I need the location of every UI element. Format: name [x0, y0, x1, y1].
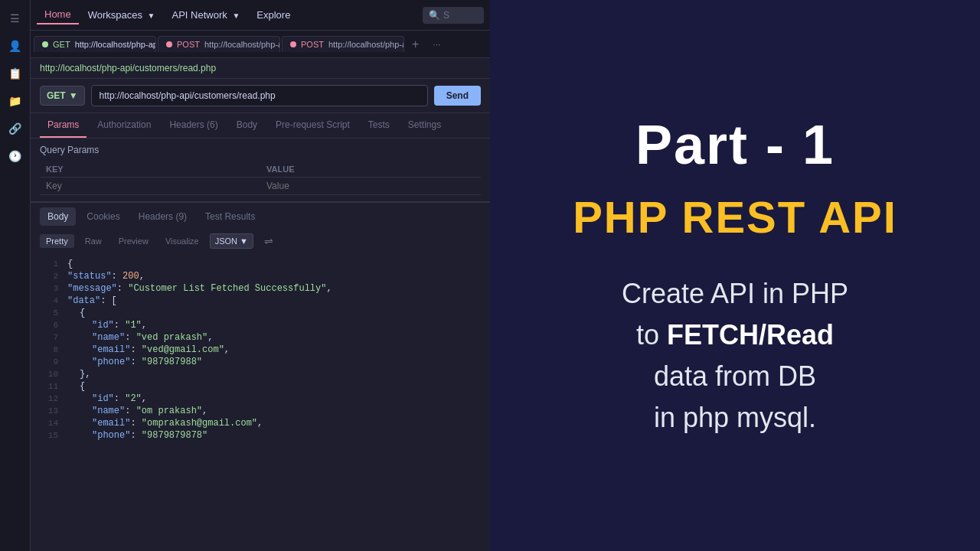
json-line: 13 "name": "om prakash",	[34, 405, 487, 417]
tab-params[interactable]: Params	[40, 113, 87, 138]
tab-authorization[interactable]: Authorization	[90, 113, 158, 138]
send-button[interactable]: Send	[434, 86, 481, 106]
value-input[interactable]	[266, 181, 475, 191]
tab-get[interactable]: GET http://localhost/php-ap ✕	[34, 36, 156, 52]
subtitle-line2: to FETCH/Read	[622, 315, 848, 356]
params-table: KEY VALUE	[40, 161, 481, 195]
subtitle-line1: Create API in PHP	[622, 273, 848, 315]
json-line: 8 "email": "ved@gmail.com",	[34, 344, 487, 356]
json-line: 3 "message": "Customer List Fetched Succ…	[34, 282, 487, 295]
json-line: 11 {	[34, 380, 487, 393]
menu-home[interactable]: Home	[37, 5, 79, 24]
add-tab-button[interactable]: +	[406, 34, 425, 54]
menu-explore[interactable]: Explore	[249, 6, 298, 24]
tab-tests[interactable]: Tests	[361, 113, 397, 138]
more-tabs-button[interactable]: ···	[426, 36, 446, 53]
url-breadcrumb: http://localhost/php-api/customers/read.…	[31, 58, 490, 79]
left-panel: ☰ 👤 📋 📁 🔗 🕐 Home Workspaces ▼ API Networ…	[0, 0, 490, 551]
menu-workspaces[interactable]: Workspaces ▼	[80, 6, 163, 24]
format-pretty[interactable]: Pretty	[40, 234, 74, 248]
tab-method-label-3: POST	[301, 40, 324, 49]
chevron-down-icon: ▼	[69, 90, 78, 101]
response-format-bar: Pretty Raw Preview Visualize JSON ▼ ⇌	[31, 230, 490, 252]
title-php: PHP REST API	[573, 191, 897, 243]
subtitle-strong: FETCH/Read	[667, 319, 834, 350]
tab-url: http://localhost/php-ap	[75, 40, 156, 49]
tab-post-2[interactable]: POST http://localhost/php-a ✕	[282, 36, 404, 52]
response-section: Body Cookies Headers (9) Test Results Pr…	[31, 201, 490, 551]
chevron-down-icon: ▼	[148, 11, 155, 20]
post-dot-2	[290, 41, 296, 47]
json-line: 9 "phone": "987987988"	[34, 356, 487, 368]
tab-headers[interactable]: Headers (6)	[162, 113, 225, 138]
query-params-section: Query Params KEY VALUE	[31, 139, 490, 201]
method-selector[interactable]: GET ▼	[40, 86, 85, 106]
sidebar: ☰ 👤 📋 📁 🔗 🕐	[0, 0, 31, 551]
tab-method-label: GET	[53, 40, 70, 49]
format-raw[interactable]: Raw	[79, 234, 108, 248]
subtitle: Create API in PHP to FETCH/Read data fro…	[622, 273, 848, 439]
res-tab-body[interactable]: Body	[40, 207, 76, 226]
main-content: Home Workspaces ▼ API Network ▼ Explore …	[31, 0, 490, 551]
title-part: Part - 1	[635, 113, 835, 176]
key-column-header: KEY	[40, 161, 260, 178]
json-line: 14 "email": "omprakash@gmail.com",	[34, 417, 487, 429]
post-dot-1	[166, 41, 172, 47]
request-tabs: Params Authorization Headers (6) Body Pr…	[31, 113, 490, 139]
menu-items: Home Workspaces ▼ API Network ▼ Explore	[37, 5, 298, 24]
response-tabs: Body Cookies Headers (9) Test Results	[31, 203, 490, 230]
res-tab-headers[interactable]: Headers (9)	[131, 207, 194, 226]
menu-icon[interactable]: ☰	[3, 6, 28, 31]
tab-url-2: http://localhost/php-a	[204, 40, 280, 49]
user-icon[interactable]: 👤	[3, 34, 28, 58]
search-icon: 🔍	[429, 10, 440, 21]
query-params-title: Query Params	[40, 145, 481, 155]
url-input[interactable]	[91, 85, 428, 106]
json-line: 12 "id": "2",	[34, 393, 487, 405]
tab-post-1[interactable]: POST http://localhost/php-a ✕	[158, 36, 280, 52]
json-line: 4 "data": [	[34, 295, 487, 307]
url-bar: GET ▼ Send	[31, 79, 490, 113]
key-input[interactable]	[46, 181, 254, 191]
chevron-down-icon: ▼	[232, 11, 240, 20]
menu-bar: Home Workspaces ▼ API Network ▼ Explore …	[31, 0, 490, 31]
chevron-down-icon: ▼	[240, 236, 248, 246]
json-line: 1 {	[34, 258, 487, 270]
json-line: 10 },	[34, 368, 487, 380]
method-label: GET	[47, 90, 66, 101]
subtitle-line3: data from DB	[622, 356, 848, 397]
json-format-selector[interactable]: JSON ▼	[210, 233, 253, 249]
link-icon[interactable]: 🔗	[3, 116, 28, 141]
right-panel: Part - 1 PHP REST API Create API in PHP …	[490, 0, 980, 551]
tab-url-3: http://localhost/php-a	[328, 40, 404, 49]
json-line: 7 "name": "ved prakash",	[34, 331, 487, 344]
res-tab-cookies[interactable]: Cookies	[79, 207, 127, 226]
filter-icon[interactable]: ⇌	[264, 235, 273, 247]
subtitle-line4: in php mysql.	[622, 397, 848, 439]
value-column-header: VALUE	[260, 161, 481, 178]
search-placeholder: S	[443, 10, 449, 21]
json-line: 6 "id": "1",	[34, 319, 487, 331]
clock-icon[interactable]: 🕐	[3, 144, 28, 168]
json-content: 1 { 2 "status": 200, 3 "message": "Custo…	[31, 252, 490, 551]
tab-body[interactable]: Body	[229, 113, 265, 138]
params-row	[40, 178, 481, 195]
get-dot	[42, 41, 48, 47]
format-visualize[interactable]: Visualize	[159, 234, 205, 248]
tab-pre-request[interactable]: Pre-request Script	[268, 113, 358, 138]
tab-method-label-2: POST	[177, 40, 200, 49]
tabs-bar: GET http://localhost/php-ap ✕ POST http:…	[31, 31, 490, 58]
format-preview[interactable]: Preview	[113, 234, 155, 248]
menu-api-network[interactable]: API Network ▼	[165, 6, 248, 24]
tab-settings[interactable]: Settings	[400, 113, 449, 138]
search-bar[interactable]: 🔍 S	[423, 7, 484, 24]
res-tab-test-results[interactable]: Test Results	[198, 207, 263, 226]
folder-icon[interactable]: 📁	[3, 89, 28, 113]
json-line: 5 {	[34, 307, 487, 319]
list-icon[interactable]: 📋	[3, 61, 28, 86]
json-line: 2 "status": 200,	[34, 270, 487, 282]
json-line: 15 "phone": "9879879878"	[34, 429, 487, 442]
